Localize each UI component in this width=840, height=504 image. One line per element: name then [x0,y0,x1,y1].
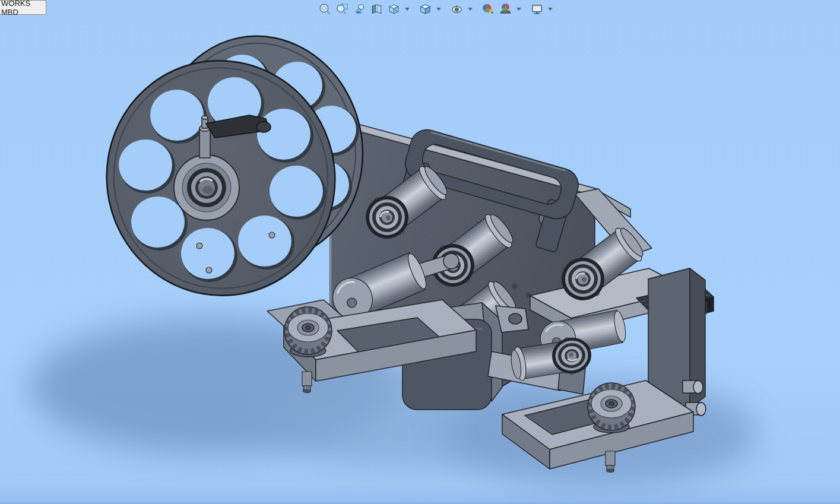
view-orientation-button[interactable] [386,1,401,17]
hide-show-items-dropdown-arrow[interactable] [468,8,473,11]
hub-bearing[interactable] [174,155,239,220]
adjustment-knob-left[interactable] [284,307,332,357]
display-style-dropdown-arrow[interactable] [436,8,441,11]
edit-appearance-icon [481,2,495,16]
3d-model-canvas[interactable] [0,0,840,504]
zoom-to-area-icon [335,2,349,16]
zoom-to-area-button[interactable] [334,1,350,17]
previous-view-button[interactable] [351,1,367,17]
view-settings-icon [530,2,544,16]
hide-show-items-icon [450,2,464,16]
view-orientation-icon [387,2,401,16]
previous-view-icon [353,2,366,16]
tab-solidworks-mbd[interactable]: WORKS MBD [0,0,46,15]
section-view-button[interactable] [369,1,384,17]
view-orientation-dropdown-arrow[interactable] [405,8,410,11]
display-style-icon [419,2,432,16]
tab-label: WORKS MBD [1,0,46,17]
display-style-button[interactable] [417,1,433,17]
foot-pin-right[interactable] [606,451,615,473]
foot-pin-left[interactable] [302,372,312,393]
hide-show-items-button[interactable] [449,1,464,17]
heads-up-view-toolbar [317,1,554,17]
zoom-to-fit-icon [318,2,332,16]
adjustment-knob-right[interactable] [588,383,635,433]
view-settings-dropdown-arrow[interactable] [548,8,553,11]
solidworks-viewport[interactable]: WORKS MBD [0,0,840,504]
edit-appearance-button[interactable] [480,1,496,17]
apply-scene-dropdown-arrow[interactable] [516,8,521,11]
view-settings-button[interactable] [529,1,544,17]
zoom-to-fit-button[interactable] [317,1,332,17]
apply-scene-button[interactable] [497,1,513,17]
section-view-icon [370,2,383,16]
apply-scene-icon [499,2,512,16]
